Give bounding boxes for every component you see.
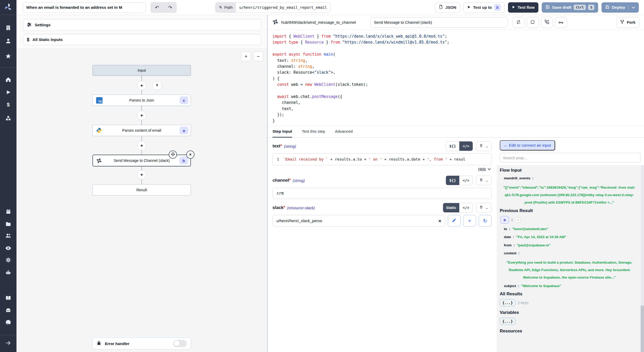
result-row[interactable]: subject : "Welcome to Supabase" — [504, 283, 639, 289]
topbar: ↶ ↷ ✎ Path u/henri/triggered_by_email_re… — [16, 0, 644, 15]
code-mode-button[interactable]: </> — [459, 203, 473, 212]
help-link[interactable]: Help — [478, 167, 486, 171]
all-static-inputs-button[interactable]: $ All Static Inputs — [23, 34, 261, 45]
flow-input-key-row[interactable]: mandrill_events : — [504, 175, 639, 181]
insert-step-button[interactable]: + — [137, 170, 146, 179]
text-expression-editor[interactable]: 1 `Email received by ` + results.a.to + … — [273, 153, 492, 165]
webhook-call-button[interactable] — [541, 17, 553, 28]
test-up-to-button[interactable]: Test up to b — [463, 2, 505, 13]
sidebar-item-user[interactable] — [0, 38, 16, 44]
fork-button[interactable]: Fork — [616, 17, 639, 28]
sidebar-item-github[interactable] — [0, 319, 16, 325]
path-group[interactable]: ✎ Path u/henri/triggered_by_email_report… — [215, 2, 331, 13]
node-result[interactable]: Result — [92, 184, 191, 196]
windmill-logo[interactable] — [0, 3, 16, 12]
node-parses-to-json[interactable]: TS Parses to Json c — [92, 95, 191, 106]
sleep-step-button[interactable] — [555, 17, 567, 28]
json-button[interactable]: JSON — [435, 2, 460, 13]
error-handler-box[interactable]: Error handler — [92, 338, 191, 349]
result-row[interactable]: from : "paul@supabase.io" — [504, 242, 639, 248]
insert-step-button[interactable]: + — [137, 111, 146, 120]
delete-step-button[interactable]: × — [186, 150, 194, 159]
save-draft-button[interactable]: Save draft Ctrl S — [542, 2, 598, 13]
edit-resource-button[interactable] — [448, 215, 461, 227]
flow-graph-canvas[interactable]: + − Input + TS Parses to Json c — [16, 48, 267, 352]
sidebar-item-folders[interactable] — [0, 221, 16, 227]
clear-resource-icon[interactable]: × — [438, 219, 441, 223]
inspector-scrollbar[interactable] — [641, 165, 644, 352]
step-summary-input[interactable] — [370, 17, 507, 28]
code-mode-button[interactable]: </> — [459, 176, 473, 185]
sidebar-item-runs[interactable] — [0, 89, 16, 95]
flow-title-input[interactable] — [23, 2, 146, 13]
reload-script-button[interactable] — [513, 17, 524, 28]
slack-resource-input[interactable]: u/henri/henri_slack_perso × — [273, 215, 445, 227]
deploy-button[interactable]: Deploy — [601, 2, 639, 13]
collapse-button[interactable]: - — [515, 217, 521, 223]
sidebar-item-variables[interactable]: $ — [0, 102, 16, 108]
result-row[interactable]: date : "Fri, Apr 14, 2023 at 10:28 AM" — [504, 234, 639, 240]
result-key-badge[interactable]: a — [500, 216, 509, 224]
resource-path: u/henri/henri_slack_perso — [276, 219, 438, 223]
template-mode-button[interactable]: ${} — [446, 141, 459, 151]
settings-button[interactable]: Settings — [23, 19, 261, 31]
expand-object-button[interactable]: {...} — [500, 299, 515, 306]
chevron-down-icon[interactable] — [488, 167, 491, 171]
static-mode-button[interactable]: Static — [443, 203, 460, 212]
connect-input-button[interactable]: → — [476, 141, 492, 151]
result-row[interactable]: content : — [504, 250, 639, 256]
tab-advanced[interactable]: Advanced — [335, 126, 353, 138]
zoom-in-button[interactable]: + — [241, 52, 251, 61]
search-prop-input[interactable] — [500, 153, 641, 163]
refresh-resource-button[interactable]: ↻ — [479, 215, 492, 227]
undo-icon[interactable]: ↶ — [150, 2, 164, 13]
expand-object-button[interactable]: {...} — [500, 318, 515, 325]
save-icon — [605, 5, 609, 10]
result-value-block[interactable]: "Everything you need to build a product:… — [501, 259, 637, 281]
topbar-actions: JSON Test up to b Test flow Save draft C… — [435, 2, 639, 13]
node-parses-content-of-email[interactable]: Parses content of email a — [92, 125, 191, 136]
node-input[interactable]: Input — [92, 65, 191, 76]
flow-pane-top: Settings $ All Static Inputs — [16, 15, 267, 45]
move-step-button[interactable] — [169, 150, 177, 159]
sidebar-item-groups[interactable] — [0, 233, 16, 239]
sidebar-item-docs[interactable] — [0, 295, 16, 301]
node-send-message-selected[interactable]: Send Message to Channel (slack) b × — [92, 155, 191, 166]
sidebar-expand-button[interactable] — [0, 340, 16, 346]
template-mode-button[interactable]: ${} — [446, 176, 459, 185]
tab-step-input[interactable]: Step Input — [273, 126, 292, 138]
path-value: u/henri/triggered_by_email_report_email — [236, 3, 330, 12]
connect-input-button[interactable]: → — [476, 203, 492, 213]
add-resource-button[interactable]: + — [463, 215, 476, 227]
expand-editor-button[interactable] — [527, 17, 539, 28]
test-flow-button[interactable]: Test flow — [508, 2, 538, 13]
sidebar-item-workers[interactable] — [0, 269, 16, 275]
code-editor[interactable]: import { WebClient } from "https://deno.… — [268, 30, 644, 126]
sidebar-item-favorites[interactable] — [0, 53, 16, 59]
chevron-down-icon[interactable] — [632, 5, 635, 10]
channel-value-input[interactable] — [273, 188, 492, 199]
sidebar-item-schedules[interactable] — [0, 208, 16, 214]
scrollbar-thumb[interactable] — [641, 306, 644, 352]
result-row[interactable]: to : "henri@windmill.dev" — [504, 226, 639, 232]
flow-input-value[interactable]: "[{"event":"inbound","ts":1683819426,"ms… — [501, 184, 637, 206]
sidebar-item-workspace[interactable] — [0, 25, 16, 31]
sidebar-item-settings[interactable] — [0, 257, 16, 263]
zoom-out-button[interactable]: − — [253, 52, 263, 61]
code-mode-button[interactable]: </> — [459, 141, 473, 151]
error-handler-toggle[interactable] — [173, 340, 187, 347]
edit-or-connect-button[interactable]: ← Edit or connect an input — [500, 140, 555, 150]
trigger-button[interactable] — [152, 81, 162, 90]
sidebar-item-discord[interactable] — [0, 307, 16, 313]
tab-test-this-step[interactable]: Test this step — [302, 126, 325, 138]
connect-input-button[interactable]: → — [476, 175, 492, 185]
sidebar-item-audit[interactable] — [0, 245, 16, 251]
help-row: Help — [273, 167, 491, 171]
redo-icon[interactable]: ↷ — [164, 2, 177, 13]
slack-field-header: slack* (resource-slack) Static </> → — [273, 203, 492, 213]
sidebar-item-home[interactable] — [0, 77, 16, 83]
insert-step-button[interactable]: + — [137, 81, 146, 90]
sidebar-item-resources[interactable] — [0, 115, 16, 121]
all-results-row: {...} 2 keys — [500, 299, 639, 306]
insert-step-button[interactable]: + — [137, 141, 146, 150]
